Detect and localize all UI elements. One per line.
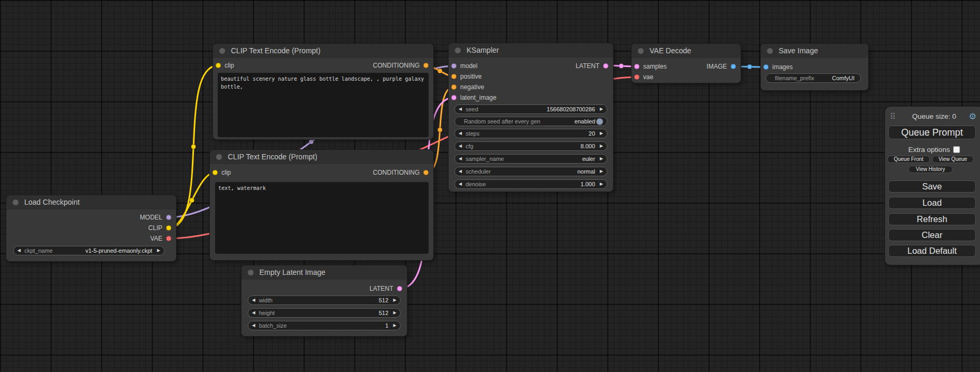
increment-arrow-icon[interactable]: ▶ [600,169,603,174]
height-widget[interactable]: ◀ height 512 ▶ [248,308,401,318]
collapse-dot-icon[interactable] [13,199,18,205]
decrement-arrow-icon[interactable]: ◀ [459,144,462,148]
conditioning-output-port[interactable] [423,63,429,68]
widget-value: euler [504,156,595,162]
increment-arrow-icon[interactable]: ▶ [600,131,603,136]
node-vae-decode[interactable]: VAE Decode samples IMAGE vae [632,44,741,83]
decrement-arrow-icon[interactable]: ◀ [459,131,462,136]
widget-label: sampler_name [465,156,504,162]
steps-widget[interactable]: ◀ steps 20 ▶ [454,129,607,138]
widget-label: cfg [465,143,473,149]
collapse-dot-icon[interactable] [455,47,461,53]
collapse-dot-icon[interactable] [216,154,222,160]
clip-output-port[interactable] [166,225,171,231]
widget-label: width [259,297,273,303]
increment-arrow-icon[interactable]: ▶ [600,157,603,161]
queue-panel[interactable]: ⠿ Queue size: 0 ⚙ Queue Prompt Extra opt… [885,107,980,265]
collapse-dot-icon[interactable] [638,48,644,54]
conditioning-output-port[interactable] [423,170,429,175]
increment-arrow-icon[interactable]: ▶ [393,311,396,315]
decrement-arrow-icon[interactable]: ◀ [459,169,462,174]
input-label: clip [221,167,231,178]
view-history-button[interactable]: View History [908,166,953,173]
cfg-widget[interactable]: ◀ cfg 8.000 ▶ [454,141,607,151]
load-default-button[interactable]: Load Default [888,245,976,257]
decrement-arrow-icon[interactable]: ◀ [252,311,255,315]
widget-label: height [259,310,275,316]
gear-icon[interactable]: ⚙ [969,111,976,122]
latent-output-port[interactable] [603,63,608,69]
save-button[interactable]: Save [888,180,976,193]
widget-label: denoise [465,181,486,187]
clear-button[interactable]: Clear [888,229,976,241]
widget-label: ckpt_name [24,247,53,254]
vae-output-port[interactable] [166,236,171,241]
decrement-arrow-icon[interactable]: ◀ [252,298,255,302]
decrement-arrow-icon[interactable]: ◀ [459,107,462,111]
images-input-port[interactable] [763,64,769,70]
model-input-port[interactable] [451,63,457,69]
positive-prompt-textarea[interactable]: beautiful scenery nature glass bottle la… [218,73,429,137]
negative-prompt-textarea[interactable]: text, watermark [215,182,429,254]
node-clip-text-encode-positive[interactable]: CLIP Text Encode (Prompt) clip CONDITION… [213,44,433,139]
node-ksampler[interactable]: KSampler model LATENT positive negative … [449,43,613,192]
queue-panel-header: ⠿ Queue size: 0 ⚙ [885,111,980,122]
samples-input-port[interactable] [634,64,639,69]
node-load-checkpoint[interactable]: Load Checkpoint MODEL CLIP VAE ◀ ckpt_na… [6,195,176,261]
node-title: Empty Latent Image [241,265,407,280]
batch-size-widget[interactable]: ◀ batch_size 1 ▶ [248,321,401,330]
width-widget[interactable]: ◀ width 512 ▶ [248,295,401,305]
queue-front-button[interactable]: Queue Front [887,156,930,163]
sampler-name-widget[interactable]: ◀ sampler_name euler ▶ [454,154,607,164]
refresh-button[interactable]: Refresh [888,213,976,225]
decrement-arrow-icon[interactable]: ◀ [17,249,21,253]
node-clip-text-encode-negative[interactable]: CLIP Text Encode (Prompt) clip CONDITION… [210,150,433,260]
input-label: negative [460,82,484,92]
filename-prefix-widget[interactable]: filename_prefix ComfyUI [765,73,861,83]
queue-prompt-button[interactable]: Queue Prompt [888,126,976,139]
denoise-widget[interactable]: ◀ denoise 1.000 ▶ [454,179,607,189]
toggle-dot-icon[interactable] [596,118,603,125]
input-label: model [460,61,478,71]
increment-arrow-icon[interactable]: ▶ [600,182,603,186]
node-save-image[interactable]: Save Image images filename_prefix ComfyU… [761,44,868,90]
node-title: Load Checkpoint [6,195,176,209]
widget-value: 1.000 [486,181,595,187]
random-seed-toggle-widget[interactable]: Random seed after every gen enabled [454,117,607,126]
load-button[interactable]: Load [888,197,976,209]
decrement-arrow-icon[interactable]: ◀ [252,323,255,328]
negative-input-port[interactable] [451,84,457,90]
increment-arrow-icon[interactable]: ▶ [393,323,396,328]
positive-input-port[interactable] [451,74,457,79]
comfyui-canvas[interactable]: { "colors": { "canvas_bg": "#232323", "n… [0,0,980,372]
increment-arrow-icon[interactable]: ▶ [393,298,396,302]
ckpt-name-widget[interactable]: ◀ ckpt_name v1-5-pruned-emaonly.ckpt ▶ [13,246,164,255]
seed-widget[interactable]: ◀ seed 156680208700286 ▶ [454,104,607,114]
widget-label: batch_size [259,322,287,329]
decrement-arrow-icon[interactable]: ◀ [459,157,462,161]
collapse-dot-icon[interactable] [767,48,773,54]
collapse-dot-icon[interactable] [219,48,225,54]
increment-arrow-icon[interactable]: ▶ [157,249,160,253]
view-queue-button[interactable]: View Queue [932,156,974,163]
output-label: IMAGE [706,61,727,72]
output-label: LATENT [576,61,599,71]
clip-input-port[interactable] [212,170,218,175]
widget-label: steps [465,130,479,137]
node-empty-latent-image[interactable]: Empty Latent Image LATENT ◀ width 512 ▶ … [241,265,407,336]
latent-output-port[interactable] [397,286,402,291]
vae-input-port[interactable] [634,74,639,80]
clip-input-port[interactable] [216,63,221,68]
extra-options-checkbox[interactable] [953,146,960,153]
model-output-port[interactable] [166,215,171,220]
decrement-arrow-icon[interactable]: ◀ [459,182,462,186]
collapse-dot-icon[interactable] [248,270,254,275]
latent-image-input-port[interactable] [451,95,457,100]
widget-value: normal [491,168,595,175]
widget-value: 512 [273,297,389,303]
increment-arrow-icon[interactable]: ▶ [600,107,603,111]
scheduler-widget[interactable]: ◀ scheduler normal ▶ [454,167,607,176]
increment-arrow-icon[interactable]: ▶ [600,144,603,148]
widget-value: 20 [479,130,595,137]
image-output-port[interactable] [731,64,736,69]
